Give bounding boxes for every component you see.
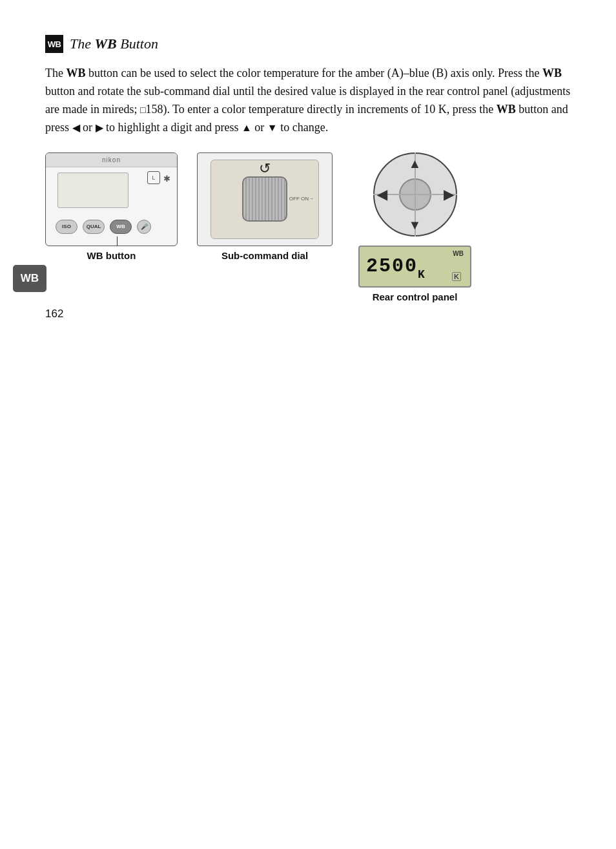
rear-lcd-k-unit: K xyxy=(418,268,425,281)
wb-badge-container: WB xyxy=(13,265,46,292)
wb-button-diagram: nikon L ✱ ISO QUAL WB 🎤 WB button xyxy=(45,152,178,261)
wb-cam-button: WB xyxy=(110,220,132,234)
wb-badge-text: WB xyxy=(21,272,39,285)
dial-rotate-arrow: ↺ xyxy=(259,162,271,176)
camera-buttons-row: ISO QUAL WB 🎤 xyxy=(56,220,151,234)
dpad-up-arrow: ▲ xyxy=(409,156,422,171)
star-icon: ✱ xyxy=(163,174,170,184)
dial-visual: ↺ xyxy=(239,173,291,225)
rear-panel-label: Rear control panel xyxy=(373,291,458,302)
camera-lcd xyxy=(57,173,128,208)
qual-button: QUAL xyxy=(83,220,105,234)
section-icon-text: WB xyxy=(48,39,61,49)
mic-button: 🎤 xyxy=(137,220,151,234)
dpad-left-arrow: ◀ xyxy=(377,187,387,202)
rear-lcd-temp-value: 2500 xyxy=(366,257,418,276)
section-header: WB The WB Button xyxy=(45,35,571,53)
rear-lcd: WB 2500 K K xyxy=(358,246,471,288)
ll-badge: L xyxy=(147,171,160,184)
wb-badge: WB xyxy=(13,265,46,292)
diagrams-row: nikon L ✱ ISO QUAL WB 🎤 WB button xyxy=(45,152,571,302)
wb-button-indicator xyxy=(117,236,118,246)
right-diagrams: ▲ ▼ ◀ ▶ WB 2500 K K Rear control panel xyxy=(358,152,471,302)
camera-brand: nikon xyxy=(102,156,121,163)
dpad-diagram: ▲ ▼ ◀ ▶ xyxy=(373,152,457,236)
page-number: 162 xyxy=(45,308,63,320)
subcommand-diagram: ↺ OFF ON→ Sub-command dial xyxy=(197,152,333,261)
dpad-down-arrow: ▼ xyxy=(409,218,422,233)
wb-button-label: WB button xyxy=(87,250,136,261)
dpad-right-arrow: ▶ xyxy=(444,187,453,202)
camera-box: nikon L ✱ ISO QUAL WB 🎤 xyxy=(45,152,178,246)
iso-button: ISO xyxy=(56,220,77,234)
subcommand-label: Sub-command dial xyxy=(221,250,308,261)
section-title: The WB Button xyxy=(70,36,158,52)
rear-lcd-k-small: K xyxy=(452,272,461,281)
camera-top-bar: nikon xyxy=(46,153,177,167)
wb-section-icon: WB xyxy=(45,35,63,53)
page-content: WB The WB Button The WB button can be us… xyxy=(0,0,616,344)
subcommand-box: ↺ OFF ON→ xyxy=(197,152,333,246)
rear-panel-diagram: WB 2500 K K Rear control panel xyxy=(358,246,471,302)
rear-lcd-wb-label: WB xyxy=(453,250,464,257)
body-paragraph: The WB button can be used to select the … xyxy=(45,65,571,137)
